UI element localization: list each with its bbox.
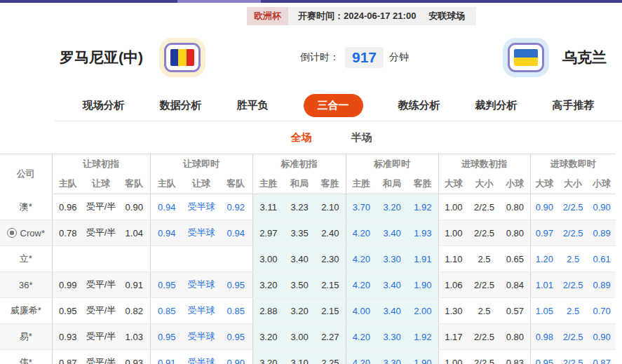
odds-cell: 0.90 bbox=[119, 194, 150, 220]
odds-cell: 3.40 bbox=[377, 272, 407, 298]
odds-cell: 2.25 bbox=[315, 350, 346, 364]
company-name: 威廉希* bbox=[11, 305, 41, 316]
odds-cell: 1.93 bbox=[407, 220, 438, 246]
odds-cell: 1.91 bbox=[407, 246, 438, 272]
odds-cell: 2/2.5 bbox=[558, 324, 588, 350]
odds-cell: 1.00 bbox=[438, 350, 468, 364]
odds-cell: 3.30 bbox=[377, 350, 407, 364]
odds-cell: 受平/半 bbox=[83, 350, 119, 364]
company-cell: 立* bbox=[0, 246, 52, 272]
odds-cell: 2/2.5 bbox=[558, 194, 588, 220]
nav-tab-1[interactable]: 现场分析 bbox=[83, 99, 125, 112]
home-team-name: 罗马尼亚(中) bbox=[60, 48, 143, 67]
odds-cell: 2.10 bbox=[315, 194, 346, 220]
company-name: Crow* bbox=[20, 228, 45, 238]
company-cell: 伟* bbox=[0, 350, 52, 364]
odds-table: 公司让球初指让球即时标准初指标准即时进球数初指进球数即时主队让球客队主队让球客队… bbox=[0, 154, 616, 364]
odds-cell: 4.20 bbox=[346, 324, 377, 350]
odds-cell: 2/2.5 bbox=[468, 220, 500, 246]
odds-cell: 2/2.5 bbox=[558, 220, 588, 246]
odds-cell: 0.92 bbox=[219, 194, 252, 220]
odds-cell: 3.40 bbox=[377, 220, 407, 246]
odds-cell: 1.00 bbox=[438, 220, 468, 246]
nav-tab-7[interactable]: 高手推荐 bbox=[553, 99, 595, 112]
odds-cell: 3.20 bbox=[377, 194, 407, 220]
odds-cell: 3.40 bbox=[284, 246, 315, 272]
odds-cell: 1.06 bbox=[438, 272, 468, 298]
odds-cell: 2/2.5 bbox=[468, 272, 500, 298]
odds-cell: 0.95 bbox=[219, 272, 252, 298]
sub-header: 主队 bbox=[52, 174, 83, 194]
table-row: 立*3.003.402.304.203.301.911.102.50.651.2… bbox=[0, 246, 616, 272]
odds-cell: 受平/半 bbox=[83, 272, 119, 298]
odds-cell: 0.91 bbox=[119, 272, 150, 298]
odds-cell: 4.20 bbox=[346, 272, 377, 298]
odds-cell: 1.20 bbox=[530, 246, 558, 272]
odds-cell: 0.89 bbox=[588, 272, 616, 298]
away-team: 乌克兰 bbox=[508, 43, 607, 72]
home-team-flag-icon bbox=[164, 43, 201, 72]
odds-cell: 0.93 bbox=[52, 324, 83, 350]
odds-cell: 4.20 bbox=[346, 220, 377, 246]
odds-cell: 受平/半 bbox=[83, 324, 119, 350]
nav-tab-3[interactable]: 胜平负 bbox=[237, 99, 269, 112]
odds-cell: 受平/半 bbox=[83, 220, 119, 246]
countdown-label: 倒计时： bbox=[300, 51, 339, 64]
odds-cell: 2/2.5 bbox=[558, 350, 588, 364]
odds-cell bbox=[83, 246, 119, 272]
group-header-4: 标准即时 bbox=[346, 154, 438, 175]
odds-cell: 0.90 bbox=[588, 194, 616, 220]
sub-tab-2[interactable]: 半场 bbox=[351, 131, 372, 144]
odds-cell: 3.35 bbox=[284, 220, 315, 246]
odds-cell: 1.17 bbox=[438, 324, 468, 350]
home-team: 罗马尼亚(中) bbox=[60, 43, 201, 72]
odds-cell: 1.01 bbox=[530, 272, 558, 298]
odds-cell: 1.92 bbox=[407, 324, 438, 350]
odds-cell: 0.96 bbox=[52, 194, 83, 220]
sub-header: 客胜 bbox=[315, 174, 346, 194]
odds-cell: 2.00 bbox=[407, 298, 438, 324]
odds-cell: 2.5 bbox=[558, 246, 588, 272]
odds-cell: 0.85 bbox=[219, 298, 252, 324]
company-cell: 36* bbox=[0, 272, 52, 298]
odds-cell: 0.94 bbox=[150, 194, 183, 220]
odds-cell: 3.20 bbox=[284, 298, 315, 324]
countdown: 倒计时： 917 分钟 bbox=[300, 47, 409, 68]
odds-cell: 3.20 bbox=[252, 324, 284, 350]
odds-cell: 1.00 bbox=[438, 194, 468, 220]
odds-cell bbox=[119, 246, 150, 272]
kickoff-time: 开赛时间：2024-06-17 21:00 bbox=[298, 10, 416, 22]
odds-cell: 4.20 bbox=[346, 246, 377, 272]
nav-tab-2[interactable]: 数据分析 bbox=[160, 99, 202, 112]
odds-cell: 0.78 bbox=[52, 220, 83, 246]
odds-cell: 0.94 bbox=[219, 220, 252, 246]
odds-cell: 0.95 bbox=[150, 272, 183, 298]
nav-tab-5[interactable]: 教练分析 bbox=[398, 99, 440, 112]
table-row: 易*0.93受平/半1.030.95受半球0.953.203.002.274.2… bbox=[0, 324, 616, 350]
odds-cell: 0.57 bbox=[500, 298, 530, 324]
odds-cell: 2.5 bbox=[468, 246, 500, 272]
odds-cell: 0.99 bbox=[52, 272, 83, 298]
odds-cell: 0.90 bbox=[588, 324, 616, 350]
sub-header: 和局 bbox=[377, 174, 407, 194]
odds-cell: 0.97 bbox=[530, 220, 558, 246]
sub-header: 客胜 bbox=[407, 174, 438, 194]
company-name: 立* bbox=[20, 253, 32, 264]
table-row: 澳*0.96受平/半0.900.94受半球0.923.113.232.103.7… bbox=[0, 194, 616, 220]
odds-cell: 2.40 bbox=[315, 220, 346, 246]
odds-cell: 2.5 bbox=[558, 298, 588, 324]
sub-tab-1[interactable]: 全场 bbox=[291, 131, 312, 144]
nav-tab-6[interactable]: 裁判分析 bbox=[475, 99, 518, 112]
sub-header: 大球 bbox=[438, 174, 468, 194]
odds-cell: 受半球 bbox=[183, 324, 219, 350]
sub-tabs: 全场半场 bbox=[41, 121, 622, 154]
odds-cell: 2.30 bbox=[315, 246, 346, 272]
nav-tab-4[interactable]: 三合一 bbox=[304, 94, 363, 117]
odds-cell: 受半球 bbox=[183, 350, 219, 364]
odds-cell: 2.5 bbox=[468, 298, 500, 324]
odds-cell: 0.91 bbox=[150, 350, 183, 364]
odds-cell: 1.10 bbox=[438, 246, 468, 272]
odds-cell: 3.11 bbox=[252, 194, 284, 220]
odds-cell: 2.97 bbox=[252, 220, 284, 246]
odds-cell: 0.93 bbox=[119, 350, 150, 364]
